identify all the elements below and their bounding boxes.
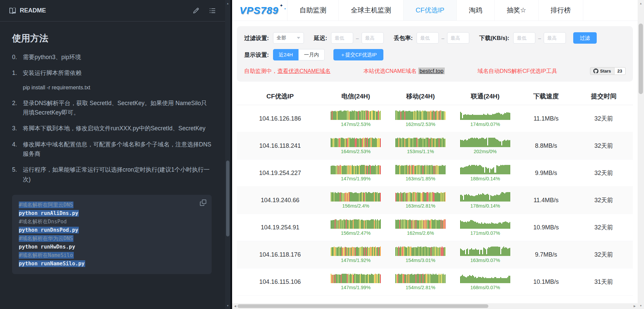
ip-address: 104.16.115.106 (237, 278, 323, 285)
unicom-latency-label: 188ms/0.14% (470, 176, 500, 181)
readme-step: 5.运行程序，如果能够正常运行可以选择cron定时执行(建议1个小时执行一次) (12, 165, 212, 184)
mobile-latency-strip (395, 274, 445, 283)
cname-view-link[interactable]: 查看优选CNAME域名 (277, 68, 331, 74)
code-comment-line: #域名解析在华为云DNS (19, 234, 205, 243)
step-number: 3. (12, 124, 23, 133)
code-comment-line: #域名解析在NameSilo (19, 251, 205, 260)
github-stars-badge[interactable]: Stars 23 (590, 67, 626, 75)
telecom-chart-cell: 156ms/2.4% (323, 192, 388, 209)
table-header: CF优选IP电信(24H)移动(24H)联通(24H)下载速度提交时间 (237, 88, 633, 105)
scroll-left-icon[interactable]: ◀ (232, 303, 238, 309)
code-command-line: python runNameSilo.py (19, 260, 205, 268)
nav-tab-1[interactable]: 自助监测 (287, 0, 338, 20)
telecom-latency-label: 156ms/2.47% (341, 230, 371, 236)
scroll-down-icon[interactable]: ▼ (638, 303, 644, 308)
unicom-latency-strip (460, 192, 510, 202)
mobile-chart-cell: 162ms/2.6% (388, 219, 453, 236)
mobile-latency-label: 153ms/1.1% (407, 149, 434, 154)
loss-label: 丢包率: (394, 34, 413, 42)
telecom-latency-strip (331, 219, 381, 229)
readme-step: 4.修改脚本中域名配置信息，可配置多个域名和多个子域名，注意选择DNS服务商 (12, 140, 212, 159)
filter-row: 过滤设置: 全部 延迟: – 丢包率: – 下载(KB/s): – 过滤 (244, 32, 626, 44)
nav-tab-3[interactable]: CF优选IP (403, 0, 457, 20)
unicom-chart-cell: 171ms/0.07% (453, 219, 518, 236)
time-range-toggle: 近24H 一月内 (273, 49, 325, 60)
ip-address: 104.19.240.66 (237, 197, 323, 204)
list-icon[interactable] (209, 7, 216, 14)
unicom-latency-label: 163ms/0.07% (470, 258, 500, 263)
readme-pane-title: README (20, 7, 46, 14)
unicom-chart-cell: 163ms/0.07% (453, 247, 518, 263)
table-header-cell: CF优选IP (237, 92, 323, 101)
display-row: 显示设置: 近24H 一月内 ＋提交CF优选IP (244, 49, 626, 60)
scroll-up-icon[interactable]: ▲ (638, 1, 644, 6)
submit-time: 31天前 (575, 278, 633, 286)
code-block: #域名解析在阿里云DNSpython runAliDns.py#域名解析在Dns… (12, 195, 212, 274)
horizontal-scrollbar[interactable]: ◀ ▶ (232, 303, 638, 309)
loss-min-input[interactable] (417, 32, 439, 44)
delay-min-input[interactable] (331, 32, 353, 44)
nav-tab-6[interactable]: 排行榜 (538, 0, 583, 20)
horizontal-scrollbar-thumb[interactable] (237, 304, 488, 308)
loss-max-input[interactable] (447, 32, 469, 44)
download-speed: 11.1MB/s (518, 115, 575, 122)
nav-tab-2[interactable]: 全球主机监测 (338, 0, 403, 20)
nav-tab-4[interactable]: 淘鸡 (457, 0, 494, 20)
left-scrollbar[interactable]: ▲ ▼ (225, 0, 230, 309)
step-number: 1. (12, 68, 23, 92)
table-row: 104.19.254.227147ms/1.99%163ms/1.85%188m… (237, 160, 633, 187)
scope-select[interactable]: 全部 (273, 32, 304, 44)
dns-tool-link[interactable]: 域名自动DNS解析CF优选IP工具 (478, 68, 557, 75)
mobile-chart-cell: 153ms/1.1% (388, 138, 453, 154)
scroll-down-icon[interactable]: ▼ (225, 303, 230, 308)
submit-ip-button[interactable]: ＋提交CF优选IP (333, 49, 383, 60)
mobile-latency-strip (395, 219, 445, 229)
download-speed: 8.8MB/s (518, 142, 575, 149)
range-month-button[interactable]: 一月内 (299, 49, 325, 60)
range-dash: – (441, 35, 444, 41)
vertical-scrollbar[interactable]: ▲ ▼ (638, 0, 644, 309)
unicom-latency-strip (460, 274, 510, 283)
mobile-latency-label: 154ms/2.81% (406, 285, 435, 290)
delay-max-input[interactable] (362, 32, 384, 44)
table-header-cell: 下载速度 (518, 92, 575, 101)
mobile-latency-strip (395, 138, 445, 147)
mobile-latency-strip (395, 247, 445, 256)
left-scrollbar-thumb[interactable] (226, 161, 229, 236)
table-header-cell: 联通(24H) (453, 92, 518, 101)
vertical-scrollbar-thumb[interactable] (639, 24, 643, 94)
mobile-chart-cell: 154ms/2.81% (388, 274, 453, 290)
pencil-icon[interactable] (193, 7, 199, 14)
readme-step: 1.安装运行脚本所需依赖pip install -r requirements.… (12, 68, 212, 92)
table-row: 104.19.254.91156ms/2.47%162ms/2.6%171ms/… (237, 214, 633, 241)
code-command-line: python runAliDns.py (19, 209, 205, 218)
submit-time: 32天前 (575, 196, 633, 204)
download-label: 下载(KB/s): (479, 34, 509, 42)
site-cname-notice: 本站优选CNAME域名 bestcf.top (363, 68, 445, 75)
scroll-up-icon[interactable]: ▲ (225, 1, 230, 6)
unicom-chart-cell: 174ms/0.07% (453, 111, 518, 127)
filter-button[interactable]: 过滤 (573, 32, 597, 44)
step-text: 修改脚本中域名配置信息，可配置多个域名和多个子域名，注意选择DNS服务商 (23, 140, 212, 159)
mobile-chart-cell: 163ms/2.81% (388, 192, 453, 209)
submit-time: 32天前 (575, 251, 633, 259)
range-dash: – (356, 35, 359, 41)
site-logo[interactable]: VPS789 ✦ ✦ (232, 0, 287, 20)
unicom-chart-cell: 202ms/0% (453, 138, 518, 154)
readme-step: 0.需要python3、pip环境 (12, 52, 212, 62)
unicom-latency-label: 178ms/0.14% (470, 203, 500, 209)
code-comment-line: #域名解析在阿里云DNS (19, 201, 205, 209)
nav-tab-5[interactable]: 抽奖☆ (494, 0, 538, 20)
telecom-latency-label: 147ms/1.92% (341, 258, 371, 263)
copy-icon[interactable] (200, 200, 206, 206)
scroll-right-icon[interactable]: ▶ (632, 303, 637, 309)
range-24h-button[interactable]: 近24H (273, 49, 299, 60)
download-max-input[interactable] (544, 32, 566, 44)
download-min-input[interactable] (513, 32, 535, 44)
unicom-latency-strip (460, 219, 510, 229)
table-row: 104.19.240.66156ms/2.4%163ms/2.81%178ms/… (237, 187, 633, 214)
step-text: 安装运行脚本所需依赖 (23, 68, 212, 78)
cname-domain-link[interactable]: bestcf.top (418, 68, 445, 74)
telecom-chart-cell: 147ms/2.53% (323, 111, 388, 127)
table-row: 104.16.118.176147ms/1.92%154ms/3.01%163m… (237, 241, 633, 268)
